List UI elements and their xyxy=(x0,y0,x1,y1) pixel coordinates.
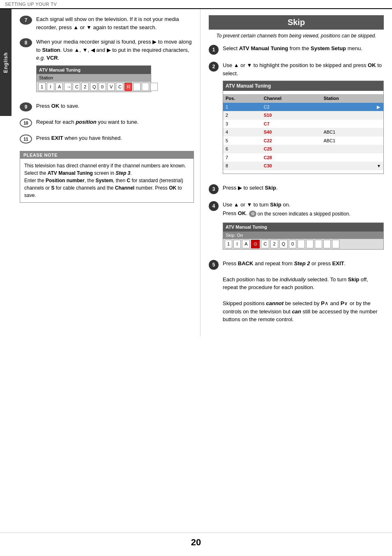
cell-down-arrow: ▼ xyxy=(374,162,383,170)
cell-station xyxy=(321,153,374,162)
atv-box-row: 1 I A → C 2 Q 0 V C R xyxy=(37,82,151,92)
on-screen-note: ⊙ on the screen indicates a skipped posi… xyxy=(249,210,350,218)
right-step-5-content: Press BACK and repeat from Step 2 or pre… xyxy=(223,259,384,324)
cell-station xyxy=(321,103,374,111)
atv-table-title: ATV Manual Tuning xyxy=(223,81,383,91)
cell-pos: 3 xyxy=(223,120,261,128)
table-row: 8 C30 ▼ xyxy=(223,162,383,170)
step-11-content: Press EXIT when you have finished. xyxy=(36,134,194,142)
cell-empty xyxy=(374,128,383,137)
skip-cell-9 xyxy=(297,240,305,248)
atv-cell-1: 1 xyxy=(38,83,46,91)
atv-skip-title: ATV Manual Tuning xyxy=(223,223,383,232)
right-step-num-4: 4 xyxy=(209,201,219,211)
table-row: 2 S10 xyxy=(223,111,383,120)
cell-arrow: ▶ xyxy=(374,103,383,111)
right-step-3-content: Press ▶ to select Skip. xyxy=(223,184,384,192)
atv-cell-3: A xyxy=(55,83,63,91)
right-step-4-content: Use ▲ or ▼ to turn Skip on. Press OK. ⊙ … xyxy=(223,201,384,253)
cell-station: ABC1 xyxy=(321,128,374,137)
cell-station xyxy=(321,162,374,170)
cell-channel: C22 xyxy=(261,137,321,145)
cell-empty xyxy=(374,120,383,128)
right-step-4: 4 Use ▲ or ▼ to turn Skip on. Press OK. … xyxy=(209,201,384,253)
cell-channel: C2 xyxy=(261,103,321,111)
cell-station xyxy=(321,120,374,128)
skip-cell-8: 0 xyxy=(289,240,296,248)
step-10: 10 Repeat for each position you want to … xyxy=(20,118,194,127)
cell-empty xyxy=(374,111,383,120)
skip-cell-6: 2 xyxy=(270,240,278,248)
step-num-8: 8 xyxy=(20,38,32,47)
skip-cell-13 xyxy=(332,240,339,248)
atv-cell-5: C xyxy=(73,83,80,91)
atv-cell-10: C xyxy=(116,83,123,91)
skip-cell-5: C xyxy=(261,240,269,248)
cell-channel: C28 xyxy=(261,153,321,162)
atv-cell-11: R xyxy=(125,83,132,91)
skip-cell-3: A xyxy=(242,240,250,248)
atv-skip-subtitle: Skip: On xyxy=(223,232,383,239)
table-row: 7 C28 xyxy=(223,153,383,162)
atv-manual-tuning-table-wrapper: ATV Manual Tuning Pos. Channel Station xyxy=(223,81,384,174)
atv-cell-7: Q xyxy=(90,83,97,91)
table-row: 3 C7 xyxy=(223,120,383,128)
atv-cell-14 xyxy=(150,83,158,91)
step-8: 8 When your media recorder signal is fou… xyxy=(20,38,194,95)
step-num-9: 9 xyxy=(20,102,32,111)
cell-channel: C7 xyxy=(261,120,321,128)
cell-pos: 2 xyxy=(223,111,261,120)
language-sidebar: English xyxy=(0,9,12,116)
right-step-num-5: 5 xyxy=(209,260,219,270)
table-row: 4 S40 ABC1 xyxy=(223,128,383,137)
skip-cell-10 xyxy=(306,240,314,248)
atv-manual-tuning-table: Pos. Channel Station 1 C2 ▶ xyxy=(223,94,383,170)
cell-pos: 7 xyxy=(223,153,261,162)
cell-empty xyxy=(374,153,383,162)
col-pos: Pos. xyxy=(223,94,261,103)
table-row: 1 C2 ▶ xyxy=(223,103,383,111)
step-7-content: Each signal will show on the television.… xyxy=(36,15,194,31)
cell-empty xyxy=(374,145,383,153)
step-8-content: When your media recorder signal is found… xyxy=(36,38,194,95)
step-num-11: 11 xyxy=(20,134,32,144)
please-note-box: PLEASE NOTE This television has direct c… xyxy=(20,151,194,203)
right-column: Skip To prevent certain channels from be… xyxy=(201,9,392,336)
atv-skip-row: 1 I A ⊙ C 2 Q 0 xyxy=(223,239,383,249)
col-station: Station xyxy=(321,94,374,103)
skip-symbol: ⊙ xyxy=(249,211,256,217)
right-step-num-1: 1 xyxy=(209,45,219,55)
atv-cell-8: 0 xyxy=(99,83,106,91)
step-9-content: Press OK to save. xyxy=(36,102,194,110)
page-number: 20 xyxy=(191,537,201,547)
right-step-1: 1 Select ATV Manual Tuning from the Syst… xyxy=(209,44,384,55)
atv-cell-13 xyxy=(142,83,149,91)
header-label: SETTING UP YOUR TV xyxy=(5,2,57,7)
cell-pos: 6 xyxy=(223,145,261,153)
atv-box-station: ATV Manual Tuning Station 1 I A → C 2 Q … xyxy=(36,65,151,93)
atv-skip-box: ATV Manual Tuning Skip: On 1 I A ⊙ C 2 Q… xyxy=(223,222,384,250)
step-11: 11 Press EXIT when you have finished. xyxy=(20,134,194,144)
skip-cell-7: Q xyxy=(279,240,288,248)
step-10-content: Repeat for each position you want to tun… xyxy=(36,118,194,126)
col-channel: Channel xyxy=(261,94,321,103)
please-note-header: PLEASE NOTE xyxy=(20,151,194,159)
cell-pos: 5 xyxy=(223,137,261,145)
right-step-2: 2 Use ▲ or ▼ to highlight the position t… xyxy=(209,61,384,177)
cell-pos: 1 xyxy=(223,103,261,111)
atv-box-subtitle: Station xyxy=(37,74,151,82)
atv-cell-12 xyxy=(133,83,141,91)
top-header: SETTING UP YOUR TV xyxy=(0,0,392,9)
table-row: 6 C25 xyxy=(223,145,383,153)
cell-pos: 4 xyxy=(223,128,261,137)
cell-station xyxy=(321,145,374,153)
skip-cell-icon: ⊙ xyxy=(251,240,260,248)
page-footer: 20 xyxy=(0,533,392,552)
please-note-body: This television has direct channel entry… xyxy=(20,159,194,202)
on-screen-text: on the screen indicates a skipped positi… xyxy=(258,210,350,218)
cell-station: ABC1 xyxy=(321,137,374,145)
right-step-5: 5 Press BACK and repeat from Step 2 or p… xyxy=(209,259,384,324)
cell-empty xyxy=(374,137,383,145)
cell-channel: C25 xyxy=(261,145,321,153)
atv-cell-2: I xyxy=(47,83,54,91)
